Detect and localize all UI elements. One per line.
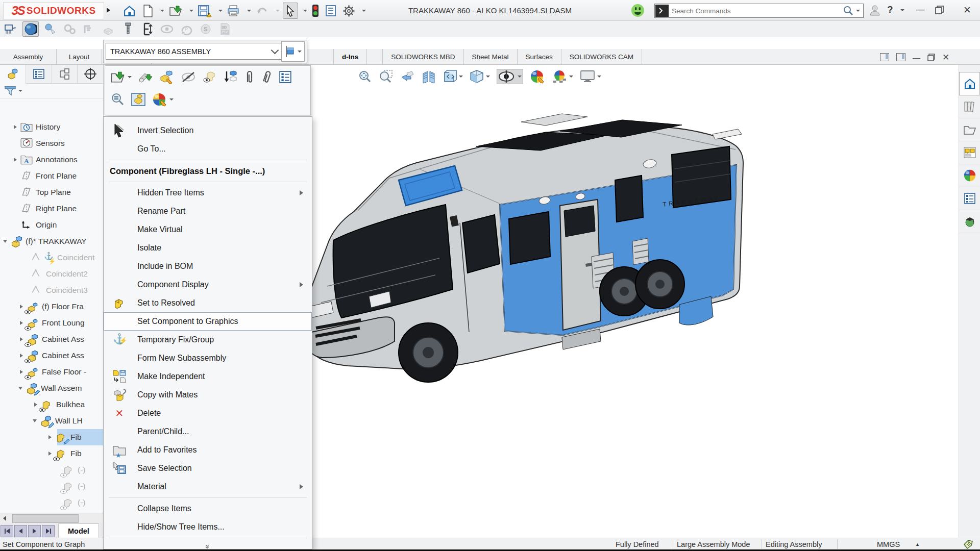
suppress-icon[interactable]	[244, 70, 255, 84]
component-preview-icon[interactable]	[43, 22, 58, 36]
menu-item-go-to[interactable]: Go To...	[104, 140, 312, 158]
search-bar[interactable]	[654, 4, 864, 18]
tree-item-top-plane[interactable]: Top Plane	[0, 184, 104, 201]
menu-item-collapse-items[interactable]: Collapse Items	[104, 499, 312, 518]
help-icon[interactable]: ?	[887, 4, 893, 15]
menu-item-delete[interactable]: ✕ Delete	[104, 404, 312, 422]
tree-item-fibreglass2[interactable]: Fib	[0, 445, 104, 462]
tree-item-lightweight2[interactable]: (-)	[0, 478, 104, 494]
menu-item-save-selection[interactable]: Save Selection	[104, 459, 312, 478]
menu-item-set-component-to-graphics[interactable]: Set Component to Graphics	[104, 312, 312, 331]
menu-item-include-in-bom[interactable]: Include in BOM	[104, 257, 312, 276]
menu-item-add-to-favorites[interactable]: ★ Add to Favorites	[104, 441, 312, 459]
sphere-tool-icon[interactable]	[22, 21, 39, 37]
next-tab-button[interactable]	[28, 525, 41, 537]
menu-item-hide-show-tree-items[interactable]: Hide/Show Tree Items...	[104, 518, 312, 536]
tree-item-bulkhead[interactable]: Bulkhea	[0, 396, 104, 413]
scrollbar-thumb[interactable]	[12, 514, 79, 523]
menu-item-material[interactable]: Material	[104, 478, 312, 496]
tab-solidworks-mbd[interactable]: SOLIDWORKS MBD	[382, 49, 463, 64]
minimize-icon[interactable]: —	[913, 5, 928, 15]
tree-item-origin[interactable]: Origin	[0, 217, 104, 233]
cab-window[interactable]	[462, 215, 500, 273]
doc-minimize-icon[interactable]: —	[913, 53, 920, 62]
tree-item-fibreglass-selected[interactable]: Fib	[0, 429, 104, 445]
list-external-refs-icon[interactable]	[279, 70, 292, 84]
forum-icon[interactable]	[959, 210, 980, 233]
tab-dimxpertmanager-icon[interactable]	[78, 65, 103, 83]
menu-item-form-new-subassembly[interactable]: Form New Subassembly	[104, 349, 312, 367]
print-icon[interactable]	[226, 3, 242, 18]
smiley-icon[interactable]	[631, 4, 645, 17]
pin-pane-icon[interactable]	[896, 53, 905, 61]
tree-item-top-assembly[interactable]: (f)* TRAKKAWAY	[0, 233, 104, 249]
prev-tab-button[interactable]	[14, 525, 27, 537]
display-state-dropdown-icon[interactable]	[298, 51, 302, 53]
tab-featuremanager-icon[interactable]	[0, 65, 26, 84]
menu-item-set-to-resolved[interactable]: Set to Resolved	[104, 294, 312, 312]
tree-item-wall-assembly[interactable]: Wall Assem	[0, 380, 104, 396]
doc-close-icon[interactable]: ✕	[942, 52, 949, 63]
tree-item-right-plane[interactable]: Right Plane	[0, 201, 104, 217]
view-palette-icon[interactable]	[959, 141, 980, 164]
design-library-icon[interactable]	[959, 95, 980, 118]
tree-item-annotations[interactable]: A Annotations	[0, 152, 104, 168]
hide-component-icon[interactable]	[181, 71, 196, 83]
appearance-wheel-icon[interactable]	[152, 92, 174, 107]
file-explorer-icon[interactable]	[959, 118, 980, 141]
tab-propertymanager-icon[interactable]	[26, 65, 52, 83]
side-window[interactable]	[509, 212, 550, 264]
doc-restore-icon[interactable]	[927, 54, 935, 61]
open-part-icon[interactable]	[110, 70, 132, 84]
tab-sheet-metal[interactable]: Sheet Metal	[464, 49, 518, 64]
tab-assembly[interactable]: Assembly	[0, 49, 57, 64]
tab-surfaces[interactable]: Surfaces	[518, 49, 561, 64]
measure-calipers-icon[interactable]	[140, 22, 155, 36]
menu-item-temporary-fix-group[interactable]: ⚓⚡ Temporary Fix/Group	[104, 331, 312, 349]
tree-item-front-lounge[interactable]: Front Loung	[0, 315, 104, 331]
menu-item-copy-with-mates[interactable]: Copy with Mates	[104, 386, 312, 404]
expand-toolbar-icon[interactable]	[105, 4, 115, 16]
suppress-alt-icon[interactable]	[261, 70, 273, 84]
roof-vent[interactable]	[521, 114, 587, 126]
edit-part-icon[interactable]	[159, 70, 175, 84]
exploded-view-icon[interactable]: w	[3, 22, 18, 36]
combo-chevron-icon[interactable]	[271, 46, 279, 55]
bolt-icon[interactable]	[120, 22, 136, 36]
restore-icon[interactable]	[935, 6, 944, 14]
side-window[interactable]	[615, 176, 643, 222]
show-hidden-components-icon[interactable]	[202, 70, 217, 84]
open-part-dropdown-icon[interactable]	[128, 76, 132, 78]
search-input[interactable]	[669, 7, 843, 15]
isolate-box-icon[interactable]	[131, 92, 146, 107]
menu-item-invert-selection[interactable]: Invert Selection	[104, 121, 312, 140]
tree-item-floor-frame[interactable]: (f) Floor Fra	[0, 298, 104, 315]
appearance-dropdown-icon[interactable]	[169, 98, 174, 101]
tab-add-ins[interactable]: d-Ins	[333, 49, 367, 64]
save-dropdown-icon[interactable]	[218, 10, 223, 12]
status-units[interactable]: MMGS	[877, 538, 900, 550]
menu-item-rename-part[interactable]: Rename Part	[104, 202, 312, 220]
tree-item-lightweight1[interactable]: (-)	[0, 462, 104, 478]
tree-item-sensors[interactable]: Sensors	[0, 135, 104, 152]
tree-item-wall-lh[interactable]: Wall LH	[0, 413, 104, 429]
configuration-combo[interactable]: TRAKKAWAY 860 ASSEMBLY	[106, 43, 283, 60]
menu-item-make-virtual[interactable]: Make Virtual	[104, 220, 312, 239]
last-tab-button[interactable]	[42, 525, 55, 537]
menu-item-hidden-tree-items[interactable]: Hidden Tree Items	[104, 184, 312, 202]
tree-filter[interactable]	[0, 83, 104, 99]
open-icon[interactable]	[167, 3, 184, 18]
menu-item-component-display[interactable]: Component Display	[104, 276, 312, 294]
tree-item-history[interactable]: History	[0, 119, 104, 135]
make-virtual-icon[interactable]	[138, 70, 153, 84]
zoom-to-selection-icon[interactable]	[110, 92, 125, 107]
custom-properties-icon[interactable]	[959, 187, 980, 210]
first-tab-button[interactable]	[1, 525, 13, 537]
save-icon[interactable]	[197, 3, 213, 18]
tree-item-lightweight3[interactable]: (-)	[0, 494, 104, 511]
tree-item-mate-coincident2[interactable]: Coincident2	[0, 266, 104, 282]
tree-item-mate-coincident1[interactable]: ⚓⚡ Coincident	[0, 249, 104, 266]
menu-item-isolate[interactable]: Isolate	[104, 239, 312, 257]
print-dropdown-icon[interactable]	[247, 10, 251, 12]
tab-model[interactable]: Model	[58, 523, 99, 538]
